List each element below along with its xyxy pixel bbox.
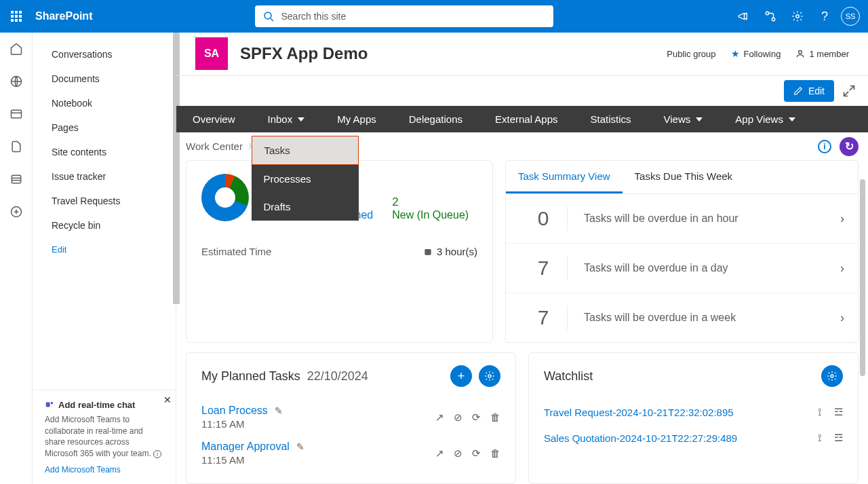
planned-settings-button[interactable] (479, 365, 500, 387)
search-box[interactable] (255, 5, 553, 27)
settings-icon[interactable] (787, 5, 808, 27)
nav-documents[interactable]: Documents (33, 67, 176, 91)
list-icon[interactable] (8, 171, 24, 187)
open-icon[interactable]: ↗ (435, 447, 444, 460)
watchlist-title: Watchlist (544, 369, 593, 384)
task-link[interactable]: Manager Approval (201, 441, 290, 452)
close-icon[interactable]: ✕ (163, 394, 172, 405)
promo-link[interactable]: Add Microsoft Teams (45, 465, 121, 474)
nav-sitecontents[interactable]: Site contents (33, 140, 176, 164)
nav-recyclebin[interactable]: Recycle bin (33, 213, 176, 238)
watchlist-link[interactable]: Sales Quotation-2024-10-21T22:27:29:489 (544, 432, 818, 444)
members-link[interactable]: 1 member (795, 49, 849, 59)
check-icon[interactable]: ⊘ (454, 447, 462, 460)
task-row: Loan Process✎ 11:15 AM ↗⊘⟳🗑 (201, 399, 500, 435)
tab-myapps[interactable]: My Apps (321, 106, 393, 132)
task-time: 11:15 AM (201, 454, 304, 466)
dropdown-tasks[interactable]: Tasks (252, 136, 359, 165)
file-icon[interactable] (8, 138, 24, 155)
details-icon[interactable]: ☲ (834, 432, 843, 444)
promo-title: Add real-time chat (45, 400, 163, 410)
task-link[interactable]: Loan Process (201, 405, 268, 416)
flow-icon[interactable] (760, 5, 781, 27)
following-button[interactable]: ★Following (731, 48, 781, 59)
chevron-right-icon: › (840, 261, 844, 276)
search-icon (263, 11, 274, 22)
nav-edit-link[interactable]: Edit (33, 238, 176, 261)
unwatch-icon[interactable]: ⟟ (818, 432, 822, 444)
edit-task-icon[interactable]: ✎ (275, 405, 283, 416)
summary-row[interactable]: 7Tasks will be overdue in a day› (506, 244, 858, 293)
content-scrollbar[interactable] (860, 179, 865, 376)
tasks-donut-chart (201, 174, 249, 221)
inbox-dropdown: Tasks Processes Drafts (252, 136, 359, 221)
calendar-icon (423, 247, 433, 257)
tab-statistics[interactable]: Statistics (574, 106, 648, 132)
nav-pages[interactable]: Pages (33, 115, 176, 140)
delete-icon[interactable]: 🗑 (490, 447, 500, 460)
user-avatar[interactable]: SS (841, 7, 860, 26)
nav-travelrequests[interactable]: Travel Requests (33, 189, 176, 213)
summary-row[interactable]: 0Tasks will be overdue in an hour› (506, 194, 858, 244)
check-icon[interactable]: ⊘ (454, 411, 462, 424)
edit-page-button[interactable]: Edit (784, 80, 834, 102)
watchlist-row: Travel Request-2024-10-21T22:32:02:895 ⟟… (544, 399, 843, 425)
nav-notebook[interactable]: Notebook (33, 91, 176, 115)
watchlist-card: Watchlist Travel Request-2024-10-21T22:3… (528, 352, 859, 484)
nav-issuetracker[interactable]: Issue tracker (33, 164, 176, 189)
info-icon[interactable]: i (818, 140, 831, 153)
details-icon[interactable]: ☲ (834, 406, 843, 418)
tab-appviews[interactable]: App Views (719, 106, 812, 132)
breadcrumb-root[interactable]: Work Center (186, 141, 243, 152)
tab-task-summary[interactable]: Task Summary View (506, 161, 623, 193)
site-title: SPFX App Demo (240, 44, 368, 63)
svg-rect-6 (11, 110, 21, 118)
svg-point-3 (772, 18, 775, 21)
expand-icon[interactable] (842, 84, 856, 98)
help-icon[interactable]: ? (814, 5, 835, 27)
site-logo: SA (195, 37, 228, 70)
svg-point-18 (488, 375, 491, 377)
svg-rect-8 (12, 175, 20, 183)
add-icon[interactable] (8, 204, 24, 220)
tab-views[interactable]: Views (648, 106, 719, 132)
refresh-icon[interactable]: ↻ (840, 137, 859, 156)
svg-point-16 (799, 51, 802, 54)
task-row: Manager Approval✎ 11:15 AM ↗⊘⟳🗑 (201, 435, 500, 471)
chevron-right-icon: › (840, 212, 844, 226)
planned-tasks-card: My Planned Tasks 22/10/2024 + Loan Proce… (186, 352, 516, 484)
megaphone-icon[interactable] (732, 5, 754, 27)
nav-conversations[interactable]: Conversations (33, 42, 176, 67)
watchlist-link[interactable]: Travel Request-2024-10-21T22:32:02:895 (544, 407, 818, 418)
tab-delegations[interactable]: Delegations (393, 106, 479, 132)
search-input[interactable] (281, 11, 545, 22)
new-stat[interactable]: 2New (In Queue) (392, 196, 469, 221)
tab-inbox[interactable]: Inbox Tasks Processes Drafts (252, 106, 321, 132)
task-time: 11:15 AM (201, 418, 283, 430)
estimated-time-value: 3 hour(s) (423, 246, 477, 257)
forward-icon[interactable]: ⟳ (472, 447, 481, 460)
watchlist-settings-button[interactable] (821, 365, 843, 387)
tab-overview[interactable]: Overview (176, 106, 252, 132)
info-small-icon[interactable]: i (153, 450, 161, 458)
globe-icon[interactable] (8, 73, 24, 90)
edit-task-icon[interactable]: ✎ (296, 441, 304, 452)
chevron-down-icon (696, 117, 703, 122)
open-icon[interactable]: ↗ (435, 411, 444, 424)
planned-title: My Planned Tasks (201, 369, 300, 384)
delete-icon[interactable]: 🗑 (490, 411, 500, 424)
summary-row[interactable]: 7Tasks will be overdue in a week› (506, 293, 858, 342)
forward-icon[interactable]: ⟳ (472, 411, 481, 424)
add-task-button[interactable]: + (450, 365, 472, 387)
group-type: Public group (667, 49, 715, 59)
tab-tasks-due-week[interactable]: Tasks Due This Week (623, 161, 745, 193)
chevron-down-icon (789, 117, 795, 122)
news-icon[interactable] (8, 106, 24, 122)
home-icon[interactable] (8, 41, 24, 57)
dropdown-processes[interactable]: Processes (252, 165, 359, 193)
svg-point-19 (831, 375, 833, 377)
dropdown-drafts[interactable]: Drafts (252, 193, 359, 221)
unwatch-icon[interactable]: ⟟ (818, 406, 822, 418)
tab-externalapps[interactable]: External Apps (479, 106, 574, 132)
app-launcher[interactable] (0, 0, 33, 33)
